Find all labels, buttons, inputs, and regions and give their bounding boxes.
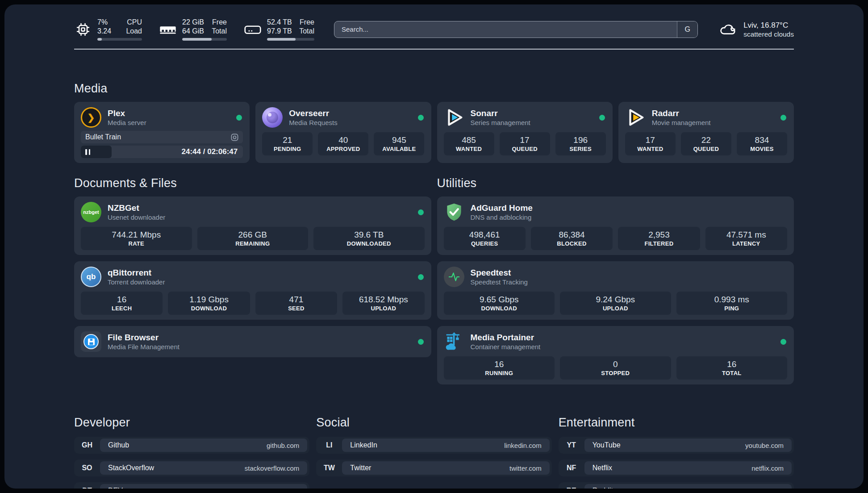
stat-tile: 266 GBREMAINING — [197, 227, 309, 250]
stat-tile: 744.21 MbpsRATE — [81, 227, 192, 250]
speedtest-icon — [444, 267, 464, 287]
header-divider — [74, 49, 794, 50]
memory-free-value: 22 GiB — [182, 18, 204, 27]
app-name: Media Portainer — [471, 332, 775, 343]
nzbget-icon: nzbget — [81, 202, 101, 222]
bookmark-group-developer: Developer GH Githubgithub.com SO StackOv… — [74, 416, 309, 489]
app-card-adguard[interactable]: AdGuard Home DNS and adblocking 498,461Q… — [437, 196, 794, 255]
stat-tile: 1.19 GbpsDOWNLOAD — [168, 292, 250, 315]
status-indicator — [780, 115, 786, 121]
plex-now-playing-widget: Bullet Train 24:44 / 02:06:47 — [81, 131, 243, 158]
app-description: Series management — [471, 118, 593, 127]
app-name: qBittorrent — [108, 267, 412, 278]
now-playing-title: Bullet Train — [85, 133, 231, 141]
overseerr-icon — [262, 107, 283, 128]
app-name: Plex — [108, 108, 230, 118]
stat-tile: 16LEECH — [81, 292, 163, 315]
stat-tile: 618.52 MbpsUPLOAD — [342, 292, 424, 315]
search-bar: G — [334, 21, 698, 38]
stat-tile: 2,953FILTERED — [618, 227, 700, 250]
top-bar: 7%CPU 3.24Load 22 GiBFree 64 GiBTotal — [74, 18, 794, 41]
cpu-load-label: Load — [126, 27, 142, 36]
stat-tile: 16RUNNING — [444, 356, 555, 380]
memory-total-value: 64 GiB — [182, 27, 204, 36]
bookmark-abbr: TW — [316, 460, 342, 476]
bookmark-abbr: DT — [74, 482, 100, 489]
section-title-entertainment: Entertainment — [559, 416, 794, 430]
cpu-icon — [74, 21, 92, 38]
status-indicator — [418, 339, 424, 345]
bookmark-twitter[interactable]: TW Twittertwitter.com — [316, 460, 551, 476]
bookmark-reddit[interactable]: RE Redditreddit.com — [559, 482, 794, 489]
cpu-usage-value: 7% — [97, 18, 108, 27]
disk-progress-bar — [267, 38, 314, 41]
app-description: Torrent downloader — [108, 278, 412, 286]
qbittorrent-icon: qb — [81, 267, 101, 287]
section-title-social: Social — [316, 416, 551, 430]
bookmark-abbr: SO — [74, 460, 100, 476]
adguard-icon — [444, 202, 464, 222]
app-card-sonarr[interactable]: Sonarr Series management 485WANTED 17QUE… — [437, 102, 613, 163]
status-indicator — [780, 339, 786, 345]
app-description: Speedtest Tracking — [471, 278, 775, 286]
app-description: Media Requests — [289, 118, 411, 127]
app-card-portainer[interactable]: Media Portainer Container management 16R… — [437, 326, 794, 384]
filebrowser-icon — [81, 331, 101, 352]
memory-stat-widget: 22 GiBFree 64 GiBTotal — [159, 18, 227, 41]
now-playing-session-icon — [231, 134, 238, 141]
app-card-nzbget[interactable]: nzbget NZBGet Usenet downloader 744.21 M… — [74, 196, 431, 255]
stat-tile: 16TOTAL — [676, 356, 788, 380]
media-card-grid: ❯ Plex Media server Bullet Train — [74, 102, 794, 163]
section-title-media: Media — [74, 82, 794, 96]
app-card-qbittorrent[interactable]: qb qBittorrent Torrent downloader 16LEEC… — [74, 261, 431, 320]
app-name: AdGuard Home — [471, 203, 775, 213]
status-indicator — [418, 274, 424, 280]
app-card-plex[interactable]: ❯ Plex Media server Bullet Train — [74, 102, 250, 163]
disk-icon — [244, 23, 262, 36]
app-card-filebrowser[interactable]: File Browser Media File Management — [74, 326, 431, 357]
disk-stat-widget: 52.4 TBFree 97.9 TBTotal — [244, 18, 314, 41]
memory-free-label: Free — [212, 18, 227, 27]
stat-tile: 834MOVIES — [737, 132, 787, 155]
memory-icon — [159, 23, 177, 36]
app-name: Overseerr — [289, 108, 411, 118]
app-description: Media File Management — [108, 343, 412, 351]
memory-progress-bar — [182, 38, 227, 41]
bookmark-netflix[interactable]: NF Netflixnetflix.com — [559, 460, 794, 476]
search-input[interactable] — [334, 21, 677, 38]
stat-tile: 17QUEUED — [500, 132, 550, 155]
search-engine-button[interactable]: G — [677, 21, 697, 38]
section-title-utilities: Utilities — [437, 176, 794, 190]
stat-tile: 0.993 msPING — [676, 292, 788, 315]
disk-free-label: Free — [300, 18, 314, 27]
bookmark-abbr: GH — [74, 437, 100, 454]
playback-progress-bar: 24:44 / 02:06:47 — [81, 146, 243, 158]
app-card-speedtest[interactable]: Speedtest Speedtest Tracking 9.65 GbpsDO… — [437, 261, 794, 320]
bookmark-group-social: Social LI LinkedInlinkedin.com TW Twitte… — [316, 416, 551, 489]
stat-tile: 22QUEUED — [681, 132, 731, 155]
bookmark-github[interactable]: GH Githubgithub.com — [74, 437, 309, 454]
bookmark-stackoverflow[interactable]: SO StackOverflowstackoverflow.com — [74, 460, 309, 476]
app-name: Sonarr — [471, 108, 593, 118]
app-card-radarr[interactable]: Radarr Movie management 17WANTED 22QUEUE… — [618, 102, 794, 163]
app-description: Usenet downloader — [108, 213, 412, 221]
stat-tile: 86,384BLOCKED — [531, 227, 613, 250]
app-description: Container management — [471, 343, 775, 351]
bookmark-abbr: YT — [559, 437, 584, 454]
section-title-documents: Documents & Files — [74, 176, 431, 190]
weather-condition: scattered clouds — [743, 30, 794, 38]
dashboard-panel: 7%CPU 3.24Load 22 GiBFree 64 GiBTotal — [4, 4, 864, 489]
cpu-stat-widget: 7%CPU 3.24Load — [74, 18, 142, 41]
status-indicator — [236, 115, 242, 121]
stat-tile: 485WANTED — [444, 132, 494, 155]
status-indicator — [599, 115, 605, 121]
app-card-overseerr[interactable]: Overseerr Media Requests 21PENDING 40APP… — [255, 102, 431, 163]
app-description: Media server — [108, 118, 230, 127]
bookmark-dev[interactable]: DT DEVdev.to — [74, 482, 309, 489]
documents-column: Documents & Files nzbget NZBGet Usenet d… — [74, 176, 431, 384]
bookmark-linkedin[interactable]: LI LinkedInlinkedin.com — [316, 437, 551, 454]
pause-button[interactable] — [81, 146, 112, 158]
playback-time: 24:44 / 02:06:47 — [182, 146, 238, 158]
stat-tile: 9.24 GbpsUPLOAD — [560, 292, 671, 315]
bookmark-youtube[interactable]: YT YouTubeyoutube.com — [559, 437, 794, 454]
